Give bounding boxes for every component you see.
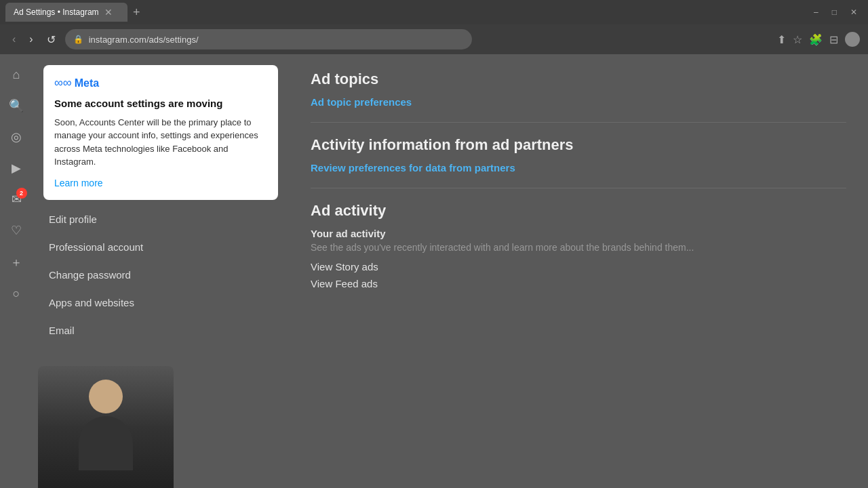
- meta-symbol: ∞∞: [54, 76, 72, 90]
- profile-avatar[interactable]: [845, 32, 860, 47]
- person-silhouette: [72, 380, 140, 474]
- browser-toolbar: ‹ › ↺ 🔒 instagram.com/ads/settings/ ⬆ ☆ …: [0, 24, 868, 54]
- create-icon[interactable]: ＋: [10, 254, 22, 270]
- minimize-button[interactable]: –: [808, 7, 824, 17]
- person-head: [89, 380, 123, 413]
- webcam-person: [38, 366, 174, 488]
- extensions-icon[interactable]: 🧩: [809, 33, 823, 46]
- profile-icon[interactable]: ○: [13, 287, 20, 301]
- back-button[interactable]: ‹: [8, 30, 20, 48]
- activity-info-title: Activity information from ad partners: [311, 136, 846, 154]
- maximize-button[interactable]: □: [827, 7, 842, 17]
- your-ad-activity-desc: See the ads you've recently interacted w…: [311, 242, 846, 253]
- view-feed-ads-link[interactable]: View Feed ads: [311, 278, 846, 289]
- card-body: Soon, Accounts Center will be the primar…: [54, 116, 267, 169]
- lock-icon: 🔒: [73, 35, 83, 44]
- ad-topics-section: Ad topics Ad topic preferences: [311, 70, 846, 108]
- sidebar-item-apps-websites[interactable]: Apps and websites: [33, 289, 289, 317]
- notification-card: ∞∞ Meta Some account settings are moving…: [43, 65, 278, 200]
- messages-badge: 2: [16, 188, 27, 199]
- main-content: Ad topics Ad topic preferences Activity …: [289, 54, 868, 488]
- card-title: Some account settings are moving: [54, 97, 267, 110]
- home-icon[interactable]: ⌂: [13, 68, 20, 82]
- divider-1: [311, 122, 846, 123]
- sidebar-toggle-icon[interactable]: ⊟: [829, 33, 838, 46]
- ad-activity-section: Ad activity Your ad activity See the ads…: [311, 202, 846, 289]
- divider-2: [311, 188, 846, 188]
- meta-text: Meta: [75, 77, 99, 89]
- address-bar[interactable]: 🔒 instagram.com/ads/settings/: [65, 29, 472, 49]
- url-text: instagram.com/ads/settings/: [89, 35, 199, 45]
- ad-topics-title: Ad topics: [311, 70, 846, 88]
- tab-bar: Ad Settings • Instagram ✕ + – □ ✕: [0, 0, 868, 24]
- explore-icon[interactable]: ◎: [11, 129, 22, 144]
- close-button[interactable]: ✕: [845, 7, 863, 17]
- refresh-button[interactable]: ↺: [43, 30, 60, 49]
- search-icon[interactable]: 🔍: [9, 98, 24, 113]
- review-preferences-link[interactable]: Review preferences for data from partner…: [311, 162, 515, 174]
- forward-button[interactable]: ›: [25, 30, 37, 48]
- window-controls: – □ ✕: [808, 7, 863, 17]
- bookmark-icon[interactable]: ☆: [793, 33, 802, 46]
- sidebar-item-change-password[interactable]: Change password: [33, 261, 289, 289]
- view-story-ads-link[interactable]: View Story ads: [311, 261, 846, 272]
- ad-topic-preferences-link[interactable]: Ad topic preferences: [311, 96, 412, 108]
- messages-icon[interactable]: ✉ 2: [12, 192, 22, 207]
- tab-title: Ad Settings • Instagram: [14, 7, 99, 17]
- left-edge-nav: ⌂ 🔍 ◎ ▶ ✉ 2 ♡ ＋ ○: [0, 54, 33, 301]
- sidebar-item-professional-account[interactable]: Professional account: [33, 233, 289, 261]
- reels-icon[interactable]: ▶: [12, 161, 21, 176]
- meta-logo: ∞∞ Meta: [54, 76, 267, 90]
- notifications-icon[interactable]: ♡: [11, 223, 22, 238]
- webcam-overlay: [38, 366, 174, 488]
- toolbar-icons: ⬆ ☆ 🧩 ⊟: [777, 32, 860, 47]
- new-tab-button[interactable]: +: [127, 5, 146, 20]
- your-ad-activity-title: Your ad activity: [311, 228, 846, 239]
- browser-chrome: Ad Settings • Instagram ✕ + – □ ✕ ‹ › ↺ …: [0, 0, 868, 54]
- active-tab[interactable]: Ad Settings • Instagram ✕: [5, 3, 127, 22]
- person-body: [79, 416, 133, 470]
- activity-info-section: Activity information from ad partners Re…: [311, 136, 846, 174]
- sidebar-item-email[interactable]: Email: [33, 317, 289, 344]
- tab-close-button[interactable]: ✕: [104, 7, 113, 18]
- ad-activity-title: Ad activity: [311, 202, 846, 220]
- sidebar-item-edit-profile[interactable]: Edit profile: [33, 205, 289, 233]
- learn-more-link[interactable]: Learn more: [54, 178, 103, 188]
- sidebar-nav: Edit profile Professional account Change…: [33, 200, 289, 350]
- share-icon[interactable]: ⬆: [777, 33, 786, 46]
